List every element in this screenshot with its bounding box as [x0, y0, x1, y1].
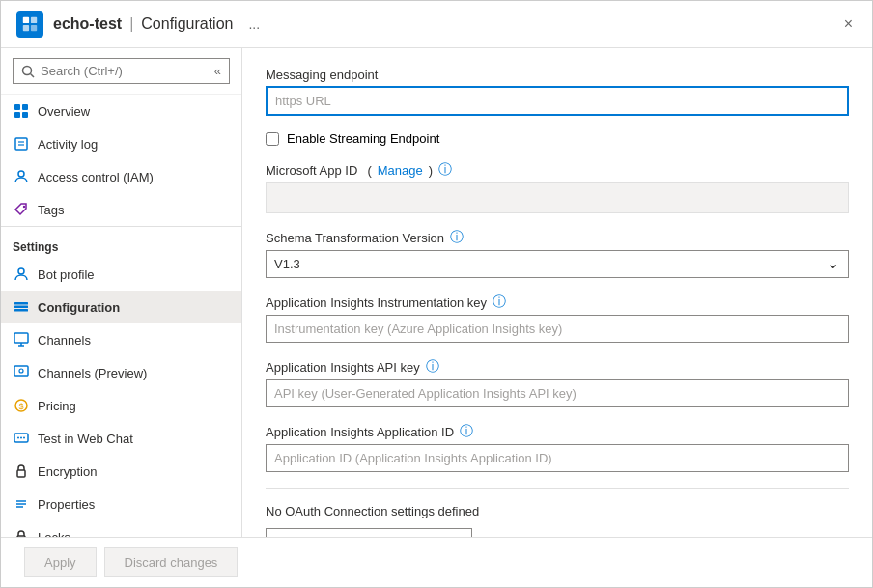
- svg-rect-18: [14, 309, 28, 312]
- app-insights-app-id-group: Application Insights Application ID ⓘ: [266, 423, 849, 472]
- apply-button[interactable]: Apply: [24, 547, 97, 577]
- sidebar-item-configuration[interactable]: Configuration: [1, 291, 241, 323]
- sidebar-item-properties[interactable]: Properties: [1, 488, 241, 520]
- sidebar-item-tags[interactable]: Tags: [1, 193, 241, 226]
- channels-preview-icon: [13, 364, 30, 381]
- add-oauth-button[interactable]: Add OAuth Connection Settings: [266, 528, 472, 537]
- sidebar-item-channels[interactable]: Channels: [1, 323, 241, 356]
- app-name: echo-test: [53, 15, 122, 33]
- app-insights-key-group: Application Insights Instrumentation key…: [266, 294, 849, 343]
- discard-button[interactable]: Discard changes: [104, 547, 239, 577]
- channels-preview-label: Channels (Preview): [38, 366, 147, 380]
- svg-rect-1: [31, 17, 37, 23]
- sidebar-nav: Overview Activity log Access control (IA…: [1, 95, 241, 537]
- encryption-label: Encryption: [38, 464, 97, 479]
- encryption-icon: [13, 462, 30, 480]
- microsoft-app-id-label: Microsoft App ID (Manage) ⓘ: [266, 161, 849, 179]
- app-insights-app-id-input[interactable]: [266, 444, 849, 472]
- svg-point-27: [20, 437, 22, 439]
- activity-log-label: Activity log: [38, 137, 98, 152]
- search-container: «: [1, 48, 241, 95]
- sidebar-item-activity-log[interactable]: Activity log: [1, 127, 241, 160]
- svg-rect-6: [14, 104, 20, 110]
- svg-point-14: [23, 206, 25, 208]
- sidebar-item-test-webchat[interactable]: Test in Web Chat: [1, 422, 241, 455]
- footer: Apply Discard changes: [1, 537, 872, 587]
- streaming-endpoint-label[interactable]: Enable Streaming Endpoint: [287, 131, 439, 146]
- main-content: Messaging endpoint Enable Streaming Endp…: [242, 48, 872, 537]
- channels-label: Channels: [38, 333, 91, 348]
- properties-label: Properties: [38, 497, 95, 512]
- svg-rect-17: [14, 306, 28, 309]
- messaging-endpoint-input[interactable]: [266, 86, 849, 116]
- access-control-icon: [13, 168, 30, 185]
- svg-line-5: [31, 73, 35, 77]
- svg-text:$: $: [19, 402, 24, 411]
- svg-point-15: [18, 268, 24, 274]
- pricing-label: Pricing: [38, 399, 76, 413]
- schema-transform-info-icon[interactable]: ⓘ: [450, 229, 464, 246]
- svg-rect-8: [14, 112, 20, 118]
- locks-label: Locks: [38, 530, 70, 538]
- manage-link[interactable]: Manage: [378, 163, 423, 178]
- app-insights-key-info-icon[interactable]: ⓘ: [493, 294, 506, 311]
- svg-point-13: [18, 171, 24, 177]
- close-button[interactable]: ×: [840, 12, 857, 37]
- configuration-label: Configuration: [38, 300, 120, 315]
- microsoft-app-id-group: Microsoft App ID (Manage) ⓘ: [266, 161, 849, 213]
- app-insights-api-key-input[interactable]: [266, 379, 849, 407]
- sidebar-item-overview[interactable]: Overview: [1, 95, 241, 127]
- more-options-icon[interactable]: ...: [248, 16, 260, 32]
- bot-profile-label: Bot profile: [38, 267, 95, 282]
- schema-transform-select[interactable]: V1.3 V1.2 V1.1 V1.0: [266, 250, 849, 278]
- app-insights-api-key-info-icon[interactable]: ⓘ: [426, 358, 439, 376]
- collapse-icon[interactable]: «: [214, 64, 221, 78]
- tags-icon: [13, 201, 30, 218]
- schema-transform-select-wrapper: V1.3 V1.2 V1.1 V1.0: [266, 250, 849, 278]
- oauth-text: No OAuth Connection settings defined: [266, 504, 849, 518]
- svg-rect-21: [14, 366, 28, 376]
- svg-rect-0: [23, 17, 29, 23]
- search-box[interactable]: «: [13, 58, 230, 84]
- app-insights-key-input[interactable]: [266, 315, 849, 343]
- configuration-icon: [13, 298, 30, 316]
- properties-icon: [13, 495, 30, 513]
- svg-point-4: [23, 66, 32, 74]
- settings-section-label: Settings: [1, 226, 241, 258]
- sidebar-item-encryption[interactable]: Encryption: [1, 455, 241, 488]
- locks-icon: [13, 528, 30, 537]
- page-title: Configuration: [141, 15, 233, 33]
- microsoft-app-id-value: [266, 182, 849, 213]
- microsoft-app-id-info-icon[interactable]: ⓘ: [438, 161, 452, 179]
- schema-transform-group: Schema Transformation Version ⓘ V1.3 V1.…: [266, 229, 849, 278]
- svg-point-22: [19, 369, 23, 373]
- sidebar-item-bot-profile[interactable]: Bot profile: [1, 258, 241, 291]
- svg-point-26: [17, 437, 19, 439]
- svg-rect-33: [17, 536, 25, 537]
- access-control-label: Access control (IAM): [38, 170, 154, 184]
- sidebar-item-pricing[interactable]: $ Pricing: [1, 389, 241, 422]
- app-insights-app-id-info-icon[interactable]: ⓘ: [460, 423, 473, 440]
- svg-rect-9: [22, 112, 28, 118]
- overview-label: Overview: [38, 104, 90, 119]
- app-insights-api-key-label: Application Insights API key ⓘ: [266, 358, 849, 376]
- svg-rect-3: [31, 25, 37, 31]
- search-input[interactable]: [41, 64, 209, 78]
- pricing-icon: $: [13, 397, 30, 414]
- sidebar-item-access-control[interactable]: Access control (IAM): [1, 160, 241, 193]
- schema-transform-label: Schema Transformation Version ⓘ: [266, 229, 849, 246]
- svg-rect-10: [15, 138, 27, 150]
- title-bar: echo-test | Configuration ... ×: [1, 1, 872, 48]
- title-separator: |: [129, 15, 133, 33]
- app-icon: [16, 11, 43, 38]
- bot-profile-icon: [13, 266, 30, 283]
- sidebar-item-locks[interactable]: Locks: [1, 520, 241, 537]
- app-insights-key-label: Application Insights Instrumentation key…: [266, 294, 849, 311]
- streaming-endpoint-checkbox[interactable]: [266, 132, 279, 146]
- sidebar-item-channels-preview[interactable]: Channels (Preview): [1, 356, 241, 389]
- messaging-endpoint-label: Messaging endpoint: [266, 68, 849, 82]
- app-insights-app-id-label: Application Insights Application ID ⓘ: [266, 423, 849, 440]
- activity-log-icon: [13, 135, 30, 153]
- search-icon: [21, 65, 35, 78]
- svg-rect-2: [23, 25, 29, 31]
